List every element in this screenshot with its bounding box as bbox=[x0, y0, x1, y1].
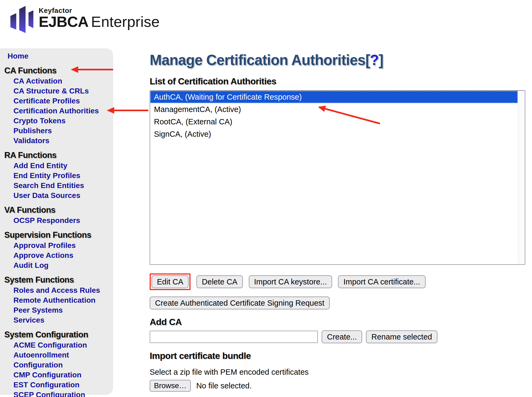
ca-list-item-authca[interactable]: AuthCA, (Waiting for Certificate Respons… bbox=[150, 91, 518, 103]
sidebar-section-header-system-functions: System Functions bbox=[4, 275, 113, 285]
ca-list-heading: List of Certification Authorities bbox=[150, 76, 519, 86]
sidebar-item-validators[interactable]: Validators bbox=[13, 136, 105, 146]
keyfactor-logo-icon bbox=[7, 2, 34, 35]
sidebar-item-services[interactable]: Services bbox=[13, 315, 105, 325]
sidebar-item-end-entity-profiles[interactable]: End Entity Profiles bbox=[13, 171, 105, 181]
import-bundle-heading: Import certificate bundle bbox=[150, 350, 519, 361]
add-ca-row: Create... Rename selected bbox=[150, 330, 527, 343]
import-bundle-hint: Select a zip file with PEM encoded certi… bbox=[150, 367, 527, 377]
sidebar-item-peer-systems[interactable]: Peer Systems bbox=[13, 305, 105, 315]
help-question-icon: ? bbox=[370, 51, 379, 68]
page-title: Manage Certification Authorities[?] bbox=[150, 51, 515, 69]
ca-name-input[interactable] bbox=[150, 331, 318, 343]
sidebar-item-ocsp-responders[interactable]: OCSP Responders bbox=[13, 215, 105, 225]
sidebar-item-certification-authorities[interactable]: Certification Authorities bbox=[13, 106, 105, 116]
delete-ca-button[interactable]: Delete CA bbox=[196, 275, 243, 288]
file-status: No file selected. bbox=[196, 381, 251, 390]
sidebar: Home CA FunctionsCA ActivationCA Structu… bbox=[0, 48, 113, 395]
ca-list-item-managementca[interactable]: ManagementCA, (Active) bbox=[150, 103, 518, 116]
main-content: Manage Certification Authorities[?] List… bbox=[150, 51, 527, 392]
brand-product: EJBCA bbox=[39, 13, 88, 30]
add-ca-heading: Add CA bbox=[150, 316, 519, 327]
sidebar-item-home[interactable]: Home bbox=[8, 51, 99, 61]
browse-button[interactable]: Browse… bbox=[150, 380, 191, 392]
ca-toolbar: Edit CA Delete CA Import CA keystore... … bbox=[150, 273, 527, 290]
sidebar-item-autoenrollment-configuration[interactable]: Autoenrollment Configuration bbox=[13, 350, 105, 370]
sidebar-section-header-system-configuration: System Configuration bbox=[4, 329, 113, 340]
sidebar-item-publishers[interactable]: Publishers bbox=[13, 126, 105, 136]
sidebar-item-cmp-configuration[interactable]: CMP Configuration bbox=[13, 370, 105, 380]
rename-selected-button[interactable]: Rename selected bbox=[366, 330, 437, 343]
app-header: Keyfactor EJBCAEnterprise bbox=[7, 2, 160, 35]
help-link[interactable]: [?] bbox=[365, 51, 383, 68]
sidebar-item-ca-structure-crls[interactable]: CA Structure & CRLs bbox=[13, 86, 105, 96]
import-ca-keystore-button[interactable]: Import CA keystore... bbox=[249, 275, 332, 288]
edit-ca-button[interactable]: Edit CA bbox=[152, 275, 189, 288]
sidebar-item-roles-and-access-rules[interactable]: Roles and Access Rules bbox=[13, 285, 105, 295]
sidebar-item-ca-activation[interactable]: CA Activation bbox=[13, 76, 105, 86]
ca-list-item-signca[interactable]: SignCA, (Active) bbox=[150, 128, 518, 140]
create-csr-button[interactable]: Create Authenticated Certificate Signing… bbox=[150, 297, 330, 309]
listbox-scrollbar[interactable] bbox=[518, 91, 524, 264]
page-title-text: Manage Certification Authorities bbox=[150, 51, 365, 68]
sidebar-item-approve-actions[interactable]: Approve Actions bbox=[13, 250, 105, 260]
edit-ca-annotation-box: Edit CA bbox=[150, 273, 190, 290]
brand-text: Keyfactor EJBCAEnterprise bbox=[39, 2, 160, 30]
ca-listbox[interactable]: AuthCA, (Waiting for Certificate Respons… bbox=[150, 90, 525, 265]
file-picker-row: Browse… No file selected. bbox=[150, 380, 527, 392]
sidebar-section-header-va-functions: VA Functions bbox=[4, 205, 113, 215]
sidebar-section-header-ca-functions: CA Functions bbox=[4, 65, 113, 76]
sidebar-item-certificate-profiles[interactable]: Certificate Profiles bbox=[13, 96, 105, 106]
sidebar-item-user-data-sources[interactable]: User Data Sources bbox=[13, 190, 105, 200]
brand-edition: Enterprise bbox=[91, 13, 160, 30]
sidebar-item-crypto-tokens[interactable]: Crypto Tokens bbox=[13, 116, 105, 126]
sidebar-item-scep-configuration[interactable]: SCEP Configuration bbox=[13, 390, 105, 397]
import-ca-certificate-button[interactable]: Import CA certificate... bbox=[338, 275, 425, 288]
sidebar-item-add-end-entity[interactable]: Add End Entity bbox=[13, 161, 105, 171]
csr-toolbar: Create Authenticated Certificate Signing… bbox=[150, 297, 527, 309]
sidebar-item-search-end-entities[interactable]: Search End Entities bbox=[13, 181, 105, 190]
create-ca-button[interactable]: Create... bbox=[322, 330, 362, 343]
sidebar-item-approval-profiles[interactable]: Approval Profiles bbox=[13, 240, 105, 250]
ca-list-item-rootca[interactable]: RootCA, (External CA) bbox=[150, 116, 518, 128]
sidebar-item-remote-authentication[interactable]: Remote Authentication bbox=[13, 295, 105, 305]
sidebar-item-audit-log[interactable]: Audit Log bbox=[13, 260, 105, 270]
sidebar-section-header-ra-functions: RA Functions bbox=[4, 150, 113, 161]
sidebar-section-header-supervision-functions: Supervision Functions bbox=[4, 230, 113, 240]
sidebar-item-acme-configuration[interactable]: ACME Configuration bbox=[13, 340, 105, 350]
sidebar-item-est-configuration[interactable]: EST Configuration bbox=[13, 380, 105, 390]
